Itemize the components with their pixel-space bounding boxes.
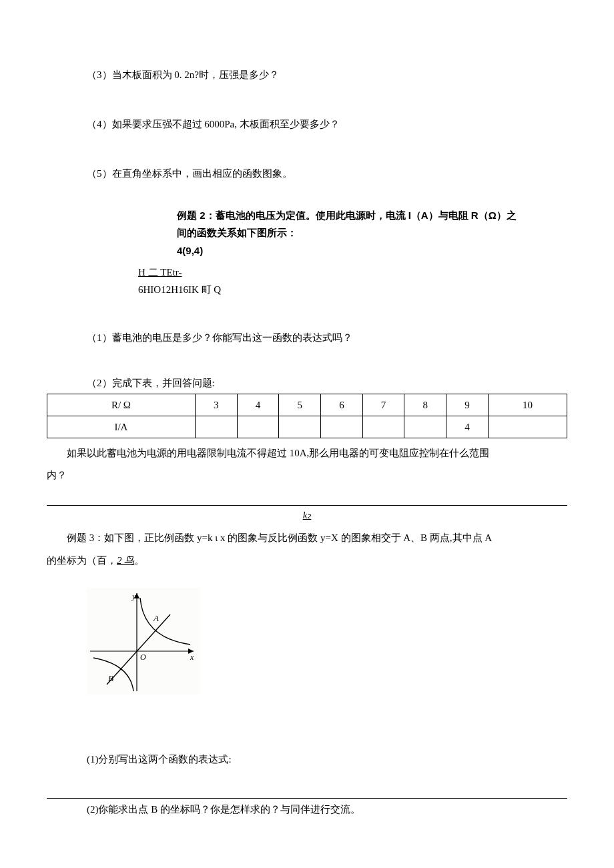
example-3-italic: 2 鸟 — [117, 555, 134, 566]
table-header-cell: 3 — [195, 394, 237, 416]
example-2-line1: 例题 2：蓄电池的电压为定值。使用此电源时，电流 I（A）与电阻 R（Ω）之 — [177, 207, 574, 224]
question-4: （4）如果要求压强不超过 6000Pa, 木板面积至少要多少？ — [87, 116, 574, 132]
table-cell — [321, 416, 363, 438]
followup-paragraph: 如果以此蓄电池为电源的用电器限制电流不得超过 10A,那么用电器的可变电阻应控制… — [47, 442, 567, 464]
example-3-line2: 的坐标为（百，2 鸟。 — [47, 550, 567, 572]
svg-rect-0 — [87, 588, 200, 695]
resistance-current-table: R/ Ω 3 4 5 6 7 8 9 10 I/A 4 — [47, 394, 567, 438]
svg-text:O: O — [140, 653, 146, 662]
table-cell: I/A — [47, 416, 196, 438]
followup-text-2: 内？ — [47, 470, 67, 480]
question-1b-text: (1)分别写出这两个函数的表达式: — [87, 754, 232, 765]
question-2b-text: (2)你能求出点 B 的坐标吗？你是怎样求的？与同伴进行交流。 — [87, 804, 360, 815]
table-header-cell: R/ Ω — [47, 394, 196, 416]
table-header-cell: 9 — [446, 394, 489, 416]
function-graph-icon: y x O A B — [87, 588, 200, 695]
example-3-prefix: 的坐标为（百， — [47, 555, 117, 566]
question-5-text: （5）在直角坐标系中，画出相应的函数图象。 — [87, 168, 292, 179]
sub-question-2-text: （2）完成下表，并回答问题: — [87, 378, 215, 388]
sub-question-1: （1）蓄电池的电压是多少？你能写出这一函数的表达式吗？ — [87, 330, 574, 346]
table-cell — [237, 416, 279, 438]
svg-text:x: x — [190, 653, 194, 662]
svg-text:y: y — [131, 592, 136, 601]
question-5: （5）在直角坐标系中，画出相应的函数图象。 — [87, 165, 574, 181]
horizontal-rule — [47, 505, 567, 506]
table-cell — [195, 416, 237, 438]
table-header-cell: 5 — [279, 394, 321, 416]
table-header-cell: 10 — [488, 394, 567, 416]
table-cell — [279, 416, 321, 438]
table-header-cell: 6 — [321, 394, 363, 416]
example-3-text1: 例题 3：如下图，正比例函数 y=k ι x 的图象与反比例函数 y=X 的图象… — [67, 532, 492, 543]
svg-text:A: A — [153, 613, 159, 623]
k-over-x-label: k₂ — [40, 507, 574, 523]
table-row: I/A 4 — [47, 416, 567, 438]
garble-underlined: H 二 TEtr- — [138, 267, 182, 278]
example-3-suffix: 。 — [134, 555, 144, 566]
question-2b: (2)你能求出点 B 的坐标吗？你是怎样求的？与同伴进行交流。 — [87, 801, 574, 817]
example-2-block: 例题 2：蓄电池的电压为定值。使用此电源时，电流 I（A）与电阻 R（Ω）之 间… — [177, 207, 574, 299]
question-4-text: （4）如果要求压强不超过 6000Pa, 木板面积至少要多少？ — [87, 119, 340, 129]
question-3: （3）当木板面积为 0. 2n?时，压强是多少？ — [87, 67, 574, 83]
graph-figure: y x O A B — [87, 588, 574, 699]
followup-paragraph-2: 内？ — [47, 464, 567, 486]
table-header-cell: 4 — [237, 394, 279, 416]
example-2-line2: 间的函数关系如下图所示： — [177, 224, 574, 242]
table-header-cell: 8 — [404, 394, 446, 416]
table-row: R/ Ω 3 4 5 6 7 8 9 10 — [47, 394, 567, 416]
table-cell — [404, 416, 446, 438]
example-3-line1: 例题 3：如下图，正比例函数 y=k ι x 的图象与反比例函数 y=X 的图象… — [47, 526, 567, 550]
question-3-text: （3）当木板面积为 0. 2n?时，压强是多少？ — [87, 69, 279, 80]
example-2-garble: H 二 TEtr- 6HIO12H16IK 町 Q — [138, 264, 574, 299]
garble-plain: 6HIO12H16IK 町 Q — [138, 284, 221, 295]
table-cell — [362, 416, 404, 438]
table-cell: 4 — [446, 416, 489, 438]
table-header-cell: 7 — [362, 394, 404, 416]
sub-question-2-label: （2）完成下表，并回答问题: — [87, 375, 574, 391]
svg-text:B: B — [108, 673, 113, 683]
table-cell — [488, 416, 567, 438]
example-2-coord: 4(9,4) — [177, 242, 574, 260]
followup-text: 如果以此蓄电池为电源的用电器限制电流不得超过 10A,那么用电器的可变电阻应控制… — [67, 448, 489, 458]
question-1b: (1)分别写出这两个函数的表达式: — [87, 751, 574, 767]
document-page: （3）当木板面积为 0. 2n?时，压强是多少？ （4）如果要求压强不超过 60… — [0, 0, 614, 868]
horizontal-rule-2 — [47, 798, 567, 799]
sub-question-1-text: （1）蓄电池的电压是多少？你能写出这一函数的表达式吗？ — [87, 332, 352, 343]
